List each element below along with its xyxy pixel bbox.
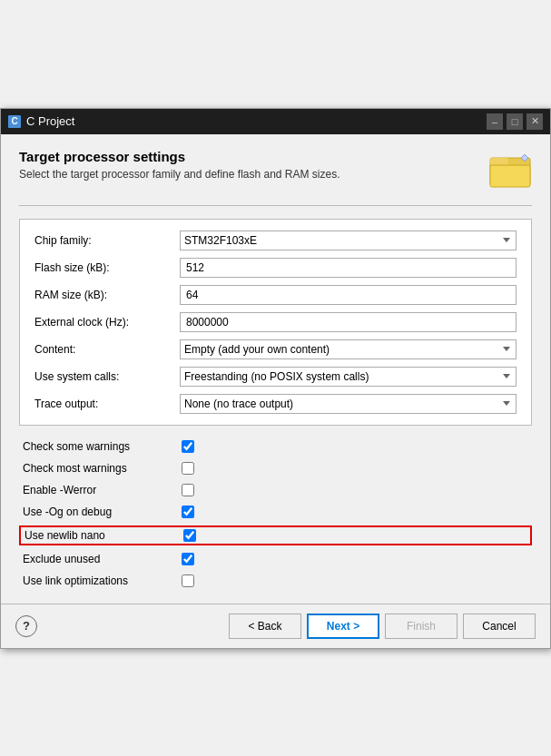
header-text: Target processor settings Select the tar… <box>19 149 340 181</box>
checkbox-3[interactable] <box>182 506 194 518</box>
ext-clock-row: External clock (Hz): <box>34 312 517 332</box>
footer-left: ? <box>15 615 37 637</box>
ram-size-control <box>180 285 517 305</box>
checkbox-5[interactable] <box>182 553 194 565</box>
title-bar-left: C C Project <box>8 114 74 128</box>
checkbox-row-0: Check some warnings <box>19 438 532 455</box>
flash-size-row: Flash size (kB): <box>34 258 517 278</box>
checkbox-label-1: Check most warnings <box>23 462 182 475</box>
close-button[interactable]: ✕ <box>526 113 543 130</box>
svg-rect-1 <box>490 158 508 165</box>
system-calls-label: Use system calls: <box>34 370 180 383</box>
header-section: Target processor settings Select the tar… <box>19 149 532 192</box>
ext-clock-control <box>180 312 517 332</box>
checkbox-label-4: Use newlib nano <box>25 529 183 542</box>
checkbox-6[interactable] <box>182 574 194 587</box>
chip-family-row: Chip family: STM32F103xE <box>34 231 517 250</box>
cancel-button[interactable]: Cancel <box>463 614 536 639</box>
checkbox-2[interactable] <box>182 484 194 496</box>
trace-label: Trace output: <box>34 398 180 410</box>
checkbox-label-2: Enable -Werror <box>23 484 182 496</box>
finish-button[interactable]: Finish <box>385 614 458 639</box>
page-title: Target processor settings <box>19 149 340 164</box>
title-bar-controls: – □ ✕ <box>487 113 543 130</box>
header-icon <box>488 149 532 192</box>
checkbox-0[interactable] <box>182 440 194 453</box>
checkbox-label-5: Exclude unused <box>23 553 182 565</box>
trace-row: Trace output: None (no trace output) <box>34 394 517 414</box>
chip-family-select[interactable]: STM32F103xE <box>180 231 517 250</box>
system-calls-control: Freestanding (no POSIX system calls) <box>180 367 517 387</box>
title-bar: C C Project – □ ✕ <box>1 109 550 134</box>
ext-clock-input[interactable] <box>180 312 517 332</box>
chip-family-control: STM32F103xE <box>180 231 517 250</box>
checkbox-row-3: Use -Og on debug <box>19 504 532 520</box>
flash-size-input[interactable] <box>180 258 517 278</box>
form-area: Chip family: STM32F103xE Flash size (kB)… <box>19 219 532 426</box>
content-control: Empty (add your own content) <box>180 339 517 359</box>
window-icon: C <box>8 115 21 128</box>
ram-size-label: RAM size (kB): <box>34 289 180 301</box>
chip-family-label: Chip family: <box>34 234 180 247</box>
checkbox-label-0: Check some warnings <box>23 440 182 453</box>
checkbox-row-5: Exclude unused <box>19 551 532 567</box>
maximize-button[interactable]: □ <box>507 113 523 130</box>
content-row: Content: Empty (add your own content) <box>34 339 517 359</box>
system-calls-select[interactable]: Freestanding (no POSIX system calls) <box>180 367 517 387</box>
footer-right: < Back Next > Finish Cancel <box>229 614 536 639</box>
checkbox-label-6: Use link optimizations <box>23 574 182 587</box>
header-divider <box>19 205 532 206</box>
checkbox-row-2: Enable -Werror <box>19 482 532 498</box>
checkbox-row-6: Use link optimizations <box>19 573 532 589</box>
checkbox-1[interactable] <box>182 462 194 475</box>
footer: ? < Back Next > Finish Cancel <box>1 604 550 648</box>
back-button[interactable]: < Back <box>229 614 301 639</box>
checkboxes-area: Check some warnings Check most warnings … <box>19 438 532 589</box>
help-button[interactable]: ? <box>15 615 37 637</box>
content-select[interactable]: Empty (add your own content) <box>180 339 517 359</box>
ram-size-input[interactable] <box>180 285 517 305</box>
minimize-button[interactable]: – <box>487 113 503 130</box>
trace-control: None (no trace output) <box>180 394 517 414</box>
ext-clock-label: External clock (Hz): <box>34 316 180 329</box>
next-button[interactable]: Next > <box>307 614 379 639</box>
checkbox-row-1: Check most warnings <box>19 460 532 476</box>
trace-select[interactable]: None (no trace output) <box>180 394 517 414</box>
flash-size-control <box>180 258 517 278</box>
system-calls-row: Use system calls: Freestanding (no POSIX… <box>34 367 517 387</box>
folder-icon <box>488 149 532 189</box>
main-window: C C Project – □ ✕ Target processor setti… <box>0 108 551 649</box>
checkbox-label-3: Use -Og on debug <box>23 506 182 518</box>
page-subtitle: Select the target processor family and d… <box>19 168 340 181</box>
flash-size-label: Flash size (kB): <box>34 261 180 274</box>
content-label: Content: <box>34 343 180 356</box>
window-title: C Project <box>26 114 74 128</box>
ram-size-row: RAM size (kB): <box>34 285 517 305</box>
checkbox-4[interactable] <box>183 529 196 542</box>
checkbox-row-4: Use newlib nano <box>19 525 532 545</box>
content-area: Target processor settings Select the tar… <box>1 134 550 604</box>
